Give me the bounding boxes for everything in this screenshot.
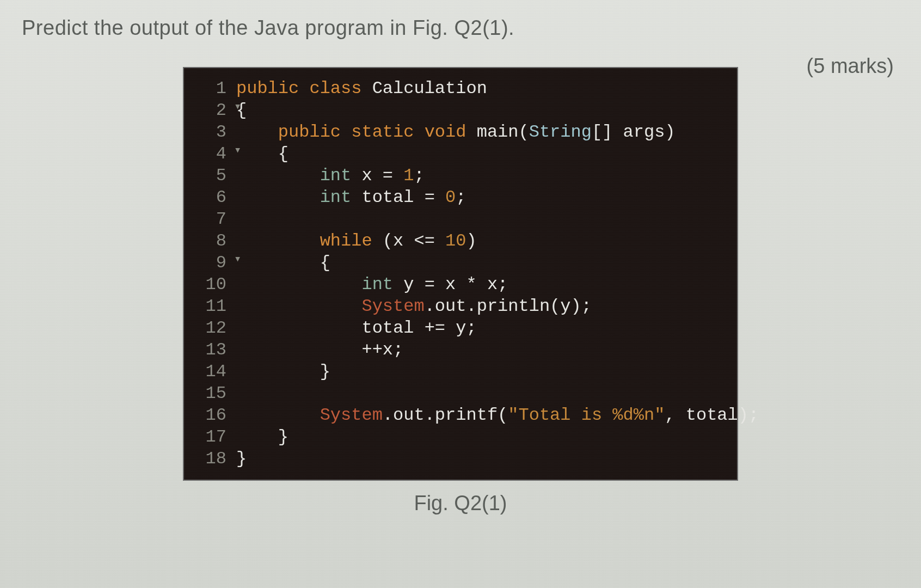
token-type: int xyxy=(361,274,393,295)
figure-caption: Fig. Q2(1) xyxy=(22,492,899,515)
line-number: 1 xyxy=(194,78,236,100)
code-line: 11 System.out.println(y); xyxy=(194,296,727,317)
code-line: 17 } xyxy=(194,426,727,448)
code-content: total += y; xyxy=(236,317,727,339)
token-sys: System xyxy=(361,296,424,316)
code-content: int total = 0; xyxy=(236,187,727,209)
line-number: 2 xyxy=(194,100,236,121)
token-id: , total); xyxy=(665,405,759,425)
token-type: int xyxy=(320,187,352,207)
token-id: .out.println(y); xyxy=(425,296,592,316)
token-id: y = x * x; xyxy=(393,274,508,295)
token-brace: { xyxy=(278,144,288,164)
token-kw: static xyxy=(351,122,424,142)
line-number: 7 xyxy=(194,209,236,230)
token-num: 1 xyxy=(403,166,414,186)
token-kw: void xyxy=(425,122,477,142)
token-kw: public xyxy=(236,78,309,99)
code-content: } xyxy=(236,448,727,470)
code-line: 6 int total = 0; xyxy=(194,187,727,209)
code-listing: 1public class Calculation2▾{3 public sta… xyxy=(183,67,738,481)
exam-question-page: Predict the output of the Java program i… xyxy=(0,0,921,588)
line-number: 3 xyxy=(194,121,236,143)
token-id: ) xyxy=(466,231,476,251)
code-content: int x = 1; xyxy=(236,165,727,187)
line-number: 15 xyxy=(194,383,236,405)
line-number: 11 xyxy=(194,296,236,317)
code-line: 2▾{ xyxy=(194,100,727,121)
code-content: ++x; xyxy=(236,339,727,361)
token-kw: while xyxy=(320,231,372,251)
code-line: 4▾ { xyxy=(194,143,727,165)
code-content xyxy=(236,209,727,230)
code-content: { xyxy=(236,143,727,165)
code-line: 18} xyxy=(194,448,727,470)
code-content: } xyxy=(236,361,727,383)
line-number: 6 xyxy=(194,187,236,209)
token-id: total += y; xyxy=(361,318,476,338)
token-id: Calculation xyxy=(372,78,487,99)
line-number: 5 xyxy=(194,165,236,187)
line-number: 8 xyxy=(194,230,236,252)
code-content: System.out.println(y); xyxy=(236,296,727,317)
code-line: 16 System.out.printf("Total is %d%n", to… xyxy=(194,405,727,426)
token-kw: class xyxy=(309,78,372,99)
marks-label: (5 marks) xyxy=(807,54,894,78)
token-cls: String xyxy=(529,122,592,142)
code-line: 12 total += y; xyxy=(194,317,727,339)
token-id: ++x; xyxy=(361,340,403,360)
line-number: 16 xyxy=(194,405,236,426)
line-number: 14 xyxy=(194,361,236,383)
question-prompt: Predict the output of the Java program i… xyxy=(22,16,899,40)
token-id: ( xyxy=(518,122,529,142)
token-kw: public xyxy=(278,122,351,142)
token-id: main xyxy=(477,122,519,142)
line-number: 10 xyxy=(194,274,236,296)
token-brace: { xyxy=(320,253,330,273)
code-content: while (x <= 10) xyxy=(236,230,727,252)
line-number: 9 xyxy=(194,252,236,274)
token-str: "Total is %d%n" xyxy=(508,405,665,425)
code-content: { xyxy=(236,252,727,274)
token-brace: } xyxy=(236,449,247,469)
code-line: 1public class Calculation xyxy=(194,78,727,100)
token-num: 0 xyxy=(445,187,456,207)
code-line: 9▾ { xyxy=(194,252,727,274)
code-content: int y = x * x; xyxy=(236,274,727,296)
token-id: (x <= xyxy=(372,231,445,251)
token-id: [] args) xyxy=(592,122,676,142)
token-brace: } xyxy=(278,427,288,447)
token-num: 10 xyxy=(445,231,466,251)
token-id: ; xyxy=(456,187,466,207)
code-line: 15 xyxy=(194,383,727,405)
code-content: { xyxy=(236,100,727,121)
code-content: System.out.printf("Total is %d%n", total… xyxy=(236,405,759,426)
token-sys: System xyxy=(320,405,383,425)
code-content: } xyxy=(236,426,727,448)
line-number: 4 xyxy=(194,143,236,165)
token-id: x = xyxy=(351,166,403,186)
code-line: 7 xyxy=(194,209,727,230)
code-content xyxy=(236,383,727,405)
code-line: 5 int x = 1; xyxy=(194,165,727,187)
line-number: 17 xyxy=(194,426,236,448)
code-line: 14 } xyxy=(194,361,727,383)
token-id: total = xyxy=(351,187,445,207)
line-number: 13 xyxy=(194,339,236,361)
code-content: public static void main(String[] args) xyxy=(236,121,727,143)
code-line: 3 public static void main(String[] args) xyxy=(194,121,727,143)
code-content: public class Calculation xyxy=(236,78,727,100)
token-type: int xyxy=(320,166,352,186)
line-number: 12 xyxy=(194,317,236,339)
line-number: 18 xyxy=(194,448,236,470)
token-brace: } xyxy=(320,362,330,382)
token-brace: { xyxy=(236,100,247,120)
code-line: 13 ++x; xyxy=(194,339,727,361)
token-id: .out.printf( xyxy=(383,405,508,425)
code-line: 10 int y = x * x; xyxy=(194,274,727,296)
token-id: ; xyxy=(414,166,424,186)
code-line: 8 while (x <= 10) xyxy=(194,230,727,252)
